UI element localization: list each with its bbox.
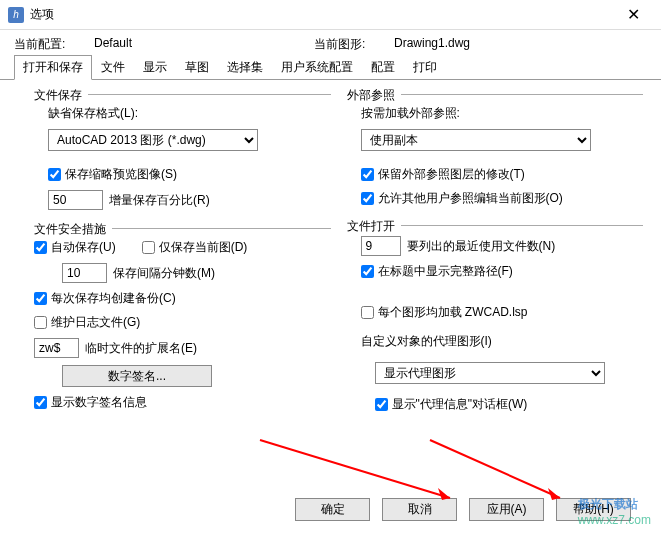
apply-button[interactable]: 应用(A) <box>469 498 544 521</box>
fullpath-checkbox[interactable] <box>361 265 374 278</box>
tab-open-save[interactable]: 打开和保存 <box>14 55 92 80</box>
incremental-input[interactable] <box>48 190 103 210</box>
keeplayer-checkbox[interactable] <box>361 168 374 181</box>
backup-checkbox[interactable] <box>34 292 47 305</box>
xref-title: 外部参照 <box>347 87 401 104</box>
app-icon: h <box>8 7 24 23</box>
proxyinfo-label: 显示"代理信息"对话框(W) <box>392 396 528 413</box>
proxy-select[interactable]: 显示代理图形 <box>375 362 605 384</box>
log-checkbox[interactable] <box>34 316 47 329</box>
fileopen-title: 文件打开 <box>347 218 401 235</box>
current-drawing-value: Drawing1.dwg <box>394 36 614 53</box>
current-profile-value: Default <box>94 36 314 53</box>
thumbnail-label: 保存缩略预览图像(S) <box>65 166 177 183</box>
tab-user[interactable]: 用户系统配置 <box>272 55 362 80</box>
tmpext-input[interactable] <box>34 338 79 358</box>
proxy-label: 自定义对象的代理图形(I) <box>361 333 644 350</box>
allowedit-checkbox[interactable] <box>361 192 374 205</box>
tab-selection[interactable]: 选择集 <box>218 55 272 80</box>
window-title: 选项 <box>30 6 54 23</box>
allowedit-label: 允许其他用户参照编辑当前图形(O) <box>378 190 563 207</box>
default-format-label: 缺省保存格式(L): <box>48 105 331 122</box>
safety-title: 文件安全措施 <box>34 221 112 238</box>
tmpext-label: 临时文件的扩展名(E) <box>85 340 197 357</box>
tab-profile[interactable]: 配置 <box>362 55 404 80</box>
cancel-button[interactable]: 取消 <box>382 498 457 521</box>
recent-input[interactable] <box>361 236 401 256</box>
close-icon[interactable]: ✕ <box>613 5 653 24</box>
signature-button[interactable]: 数字签名... <box>62 365 212 387</box>
svg-line-2 <box>430 440 560 498</box>
log-label: 维护日志文件(G) <box>51 314 140 331</box>
showsig-label: 显示数字签名信息 <box>51 394 147 411</box>
thumbnail-checkbox[interactable] <box>48 168 61 181</box>
tab-draft[interactable]: 草图 <box>176 55 218 80</box>
keeplayer-label: 保留外部参照图层的修改(T) <box>378 166 525 183</box>
fullpath-label: 在标题中显示完整路径(F) <box>378 263 513 280</box>
tab-bar: 打开和保存 文件 显示 草图 选择集 用户系统配置 配置 打印 <box>0 55 661 80</box>
tab-display[interactable]: 显示 <box>134 55 176 80</box>
showsig-checkbox[interactable] <box>34 396 47 409</box>
autosave-label: 自动保存(U) <box>51 239 116 256</box>
loadlsp-checkbox[interactable] <box>361 306 374 319</box>
ok-button[interactable]: 确定 <box>295 498 370 521</box>
backup-label: 每次保存均创建备份(C) <box>51 290 176 307</box>
interval-input[interactable] <box>62 263 107 283</box>
proxyinfo-checkbox[interactable] <box>375 398 388 411</box>
autosave-checkbox[interactable] <box>34 241 47 254</box>
current-drawing-label: 当前图形: <box>314 36 394 53</box>
incremental-label: 增量保存百分比(R) <box>109 192 210 209</box>
watermark: 极光下载站www.xz7.com <box>578 496 651 527</box>
tab-print[interactable]: 打印 <box>404 55 446 80</box>
xref-load-label: 按需加载外部参照: <box>361 105 644 122</box>
recent-label: 要列出的最近使用文件数(N) <box>407 238 556 255</box>
svg-line-0 <box>260 440 450 498</box>
filesave-title: 文件保存 <box>34 87 88 104</box>
interval-label: 保存间隔分钟数(M) <box>113 265 215 282</box>
default-format-select[interactable]: AutoCAD 2013 图形 (*.dwg) <box>48 129 258 151</box>
xref-select[interactable]: 使用副本 <box>361 129 591 151</box>
onlycurrent-label: 仅保存当前图(D) <box>159 239 248 256</box>
loadlsp-label: 每个图形均加载 ZWCAD.lsp <box>378 304 528 321</box>
current-profile-label: 当前配置: <box>14 36 94 53</box>
tab-file[interactable]: 文件 <box>92 55 134 80</box>
onlycurrent-checkbox[interactable] <box>142 241 155 254</box>
